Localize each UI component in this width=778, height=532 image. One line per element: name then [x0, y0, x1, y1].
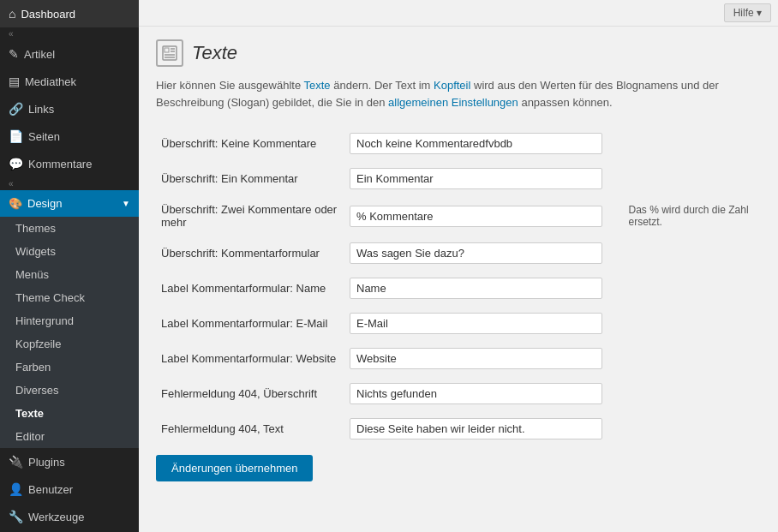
- sidebar-item-label: Artikel: [24, 48, 55, 61]
- text-input-ueberschrift-ein[interactable]: [350, 168, 602, 189]
- field-input-cell: [344, 306, 618, 341]
- field-hint: [618, 341, 761, 376]
- field-input-cell: [344, 196, 618, 236]
- sidebar-item-texte[interactable]: Texte: [0, 402, 139, 425]
- sidebar-item-label: Plugins: [28, 456, 65, 469]
- sidebar-item-plugins[interactable]: 🔌 Plugins: [0, 448, 139, 475]
- sidebar-item-diverses[interactable]: Diverses: [0, 379, 139, 402]
- field-input-cell: [344, 411, 618, 446]
- hilfe-button[interactable]: Hilfe ▾: [724, 3, 771, 22]
- sidebar-item-links[interactable]: 🔗 Links: [0, 95, 139, 123]
- field-hint: [618, 126, 761, 161]
- text-input-label-website[interactable]: [350, 348, 602, 369]
- field-hint: [618, 306, 761, 341]
- text-input-ueberschrift-formular[interactable]: [350, 242, 602, 264]
- field-hint: [618, 271, 761, 306]
- sidebar-item-menus[interactable]: Menüs: [0, 263, 139, 286]
- field-hint: [618, 236, 761, 271]
- desc-texte-link: Texte: [304, 79, 331, 92]
- table-row: Label Kommentarformular: Name: [156, 271, 761, 306]
- sidebar-item-label: Links: [28, 103, 54, 116]
- benutzer-icon: 👤: [9, 482, 23, 496]
- artikel-icon: ✎: [9, 47, 19, 61]
- content-area: Texte Hier können Sie ausgewählte Texte …: [139, 27, 778, 494]
- sidebar-item-label: Seiten: [28, 130, 60, 143]
- sidebar-item-themes[interactable]: Themes: [0, 217, 139, 240]
- field-label: Label Kommentarformular: Website: [156, 341, 344, 376]
- sidebar-item-artikel[interactable]: ✎ Artikel: [0, 40, 139, 68]
- field-label: Überschrift: Ein Kommentar: [156, 161, 344, 196]
- sidebar-item-kopfzeile[interactable]: Kopfzeile: [0, 332, 139, 356]
- table-row: Label Kommentarformular: Website: [156, 341, 761, 376]
- page-title: Texte: [192, 42, 237, 64]
- design-arrow-icon: ▼: [122, 199, 130, 208]
- kopfteil-link[interactable]: Kopfteil: [434, 79, 470, 92]
- sidebar-item-label: Werkzeuge: [28, 511, 85, 523]
- design-left: 🎨 Design: [9, 197, 62, 210]
- sidebar-item-werkzeuge[interactable]: 🔧 Werkzeuge: [0, 503, 139, 530]
- table-row: Überschrift: Kommentarformular: [156, 236, 761, 271]
- table-row: Label Kommentarformular: E-Mail: [156, 306, 761, 341]
- design-section: 🎨 Design ▼ Themes Widgets Menüs Theme Ch…: [0, 190, 139, 448]
- sidebar-item-hintergrund[interactable]: Hintergrund: [0, 309, 139, 332]
- sidebar: ⌂ Dashboard « ✎ Artikel ▤ Mediathek 🔗 Li…: [0, 0, 139, 532]
- sidebar-item-seiten[interactable]: 📄 Seiten: [0, 123, 139, 150]
- submit-button[interactable]: Änderungen übernehmen: [156, 455, 313, 481]
- sidebar-item-widgets[interactable]: Widgets: [0, 240, 139, 263]
- table-row: Überschrift: Ein Kommentar: [156, 161, 761, 196]
- field-hint: [618, 411, 761, 446]
- field-label: Überschrift: Keine Kommentare: [156, 126, 344, 161]
- einstellungen-link[interactable]: allgemeinen Einstellungen: [388, 96, 518, 109]
- plugins-icon: 🔌: [9, 455, 23, 469]
- text-input-ueberschrift-keine[interactable]: [350, 133, 602, 154]
- sidebar-item-label: Benutzer: [28, 483, 73, 496]
- field-input-cell: [344, 236, 618, 271]
- main-content: Hilfe ▾ Texte: [139, 0, 778, 532]
- seiten-icon: 📄: [9, 129, 23, 143]
- design-icon: 🎨: [9, 197, 22, 210]
- sidebar-item-label: Kommentare: [28, 158, 92, 170]
- field-label: Fehlermeldung 404, Text: [156, 411, 344, 446]
- field-label: Label Kommentarformular: E-Mail: [156, 306, 344, 341]
- field-label: Überschrift: Kommentarformular: [156, 236, 344, 271]
- sidebar-item-theme-check[interactable]: Theme Check: [0, 286, 139, 309]
- sidebar-item-label: Mediathek: [25, 75, 76, 88]
- text-input-ueberschrift-zwei[interactable]: [350, 206, 602, 227]
- svg-rect-1: [165, 48, 169, 52]
- text-input-fehler-ueberschrift[interactable]: [350, 383, 602, 404]
- field-input-cell: [344, 126, 618, 161]
- page-title-row: Texte: [156, 39, 761, 67]
- design-label: Design: [27, 197, 62, 210]
- texte-form: Überschrift: Keine KommentareÜberschrift…: [156, 126, 761, 481]
- sidebar-collapse-1[interactable]: «: [0, 27, 139, 40]
- field-hint: Das % wird durch die Zahl ersetzt.: [618, 196, 761, 236]
- field-label: Label Kommentarformular: Name: [156, 271, 344, 306]
- field-label: Fehlermeldung 404, Überschrift: [156, 376, 344, 411]
- page-title-icon: [156, 39, 183, 67]
- sidebar-item-mediathek[interactable]: ▤ Mediathek: [0, 68, 139, 95]
- field-input-cell: [344, 341, 618, 376]
- field-hint: [618, 376, 761, 411]
- field-label: Überschrift: Zwei Kommentare oder mehr: [156, 196, 344, 236]
- table-row: Fehlermeldung 404, Überschrift: [156, 376, 761, 411]
- sidebar-item-dashboard[interactable]: ⌂ Dashboard: [0, 0, 139, 27]
- sidebar-item-farben[interactable]: Farben: [0, 356, 139, 379]
- table-row: Überschrift: Keine Kommentare: [156, 126, 761, 161]
- page-description: Hier können Sie ausgewählte Texte ändern…: [156, 77, 761, 111]
- text-input-label-name[interactable]: [350, 278, 602, 299]
- dashboard-icon: ⌂: [9, 7, 15, 21]
- table-row: Überschrift: Zwei Kommentare oder mehrDa…: [156, 196, 761, 236]
- sidebar-item-label: Dashboard: [21, 8, 75, 21]
- sidebar-item-benutzer[interactable]: 👤 Benutzer: [0, 475, 139, 503]
- werkzeuge-icon: 🔧: [9, 510, 23, 523]
- sidebar-item-design[interactable]: 🎨 Design ▼: [0, 190, 139, 217]
- sidebar-collapse-2[interactable]: «: [0, 177, 139, 190]
- field-input-cell: [344, 161, 618, 196]
- sidebar-item-editor[interactable]: Editor: [0, 425, 139, 448]
- form-table: Überschrift: Keine KommentareÜberschrift…: [156, 126, 761, 446]
- topbar: Hilfe ▾: [139, 0, 778, 27]
- text-input-label-email[interactable]: [350, 313, 602, 334]
- sidebar-item-kommentare[interactable]: 💬 Kommentare: [0, 150, 139, 177]
- links-icon: 🔗: [9, 102, 23, 116]
- text-input-fehler-text[interactable]: [350, 418, 602, 439]
